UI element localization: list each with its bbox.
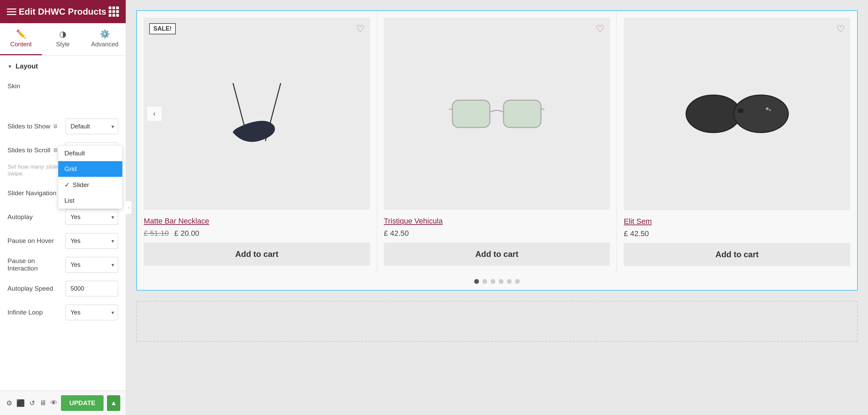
dropdown-check-icon: ✓ xyxy=(64,181,70,189)
infinite-loop-select-wrapper: Yes No xyxy=(65,305,118,320)
style-tab-icon: ◑ xyxy=(59,29,66,39)
dropdown-default-label: Default xyxy=(64,150,85,157)
infinite-loop-label: Infinite Loop xyxy=(7,309,62,316)
pause-on-hover-select[interactable]: Yes No xyxy=(65,233,118,249)
product-name-2[interactable]: Tristique Vehicula xyxy=(384,217,610,226)
infinite-loop-select[interactable]: Yes No xyxy=(65,305,118,320)
svg-rect-2 xyxy=(452,100,490,127)
svg-rect-3 xyxy=(503,100,541,127)
infinite-loop-row: Infinite Loop Yes No xyxy=(0,301,126,324)
layers-toolbar-btn[interactable]: ⬛ xyxy=(16,396,25,410)
main-content: SALE! ♡ ‹ Matte Bar Necklace £ 51.1 xyxy=(126,0,868,415)
add-to-cart-btn-2[interactable]: Add to cart xyxy=(384,243,610,266)
necklace-image xyxy=(213,80,301,148)
layout-section-label: Layout xyxy=(16,62,38,70)
sunglasses-dark-image xyxy=(683,88,792,139)
pause-on-hover-row: Pause on Hover Yes No xyxy=(0,229,126,253)
wishlist-icon-2[interactable]: ♡ xyxy=(596,23,604,34)
slider-dot-6[interactable] xyxy=(515,279,520,284)
skin-label: Skin xyxy=(7,82,62,90)
dropdown-list-label: List xyxy=(64,197,75,204)
autoplay-select-wrapper: Yes No xyxy=(65,209,118,225)
hamburger-menu-icon[interactable] xyxy=(7,9,16,15)
wishlist-icon-3[interactable]: ♡ xyxy=(836,23,845,34)
slides-to-show-row: Slides to Show 🖥 Default xyxy=(0,114,126,138)
pause-on-hover-label: Pause on Hover xyxy=(7,237,62,245)
autoplay-speed-label: Autoplay Speed xyxy=(7,285,62,292)
dropdown-option-list[interactable]: List xyxy=(58,193,122,209)
tab-advanced[interactable]: ⚙️ Advanced xyxy=(84,23,126,55)
product-image-sunglasses-dark: ♡ xyxy=(624,18,850,210)
apps-icon[interactable] xyxy=(109,6,119,17)
dropdown-option-default[interactable]: Default xyxy=(58,145,122,161)
tab-content[interactable]: ✏️ Content xyxy=(0,23,42,55)
product-name-3[interactable]: Elit Sem xyxy=(624,217,850,226)
tab-content-label: Content xyxy=(10,41,32,48)
preview-toolbar-btn[interactable]: 👁 xyxy=(50,396,58,410)
autoplay-speed-input[interactable] xyxy=(65,281,118,296)
tab-style-label: Style xyxy=(56,41,69,48)
pause-on-interaction-row: Pause on Interaction Yes No xyxy=(0,253,126,277)
product-price-2: £ 42.50 xyxy=(384,229,610,238)
history-toolbar-btn[interactable]: ↺ xyxy=(28,396,36,410)
pause-on-hover-select-wrapper: Yes No xyxy=(65,233,118,249)
update-arrow-button[interactable]: ▲ xyxy=(107,395,120,411)
svg-point-6 xyxy=(686,95,741,133)
tab-advanced-label: Advanced xyxy=(91,41,118,48)
product-image-necklace: SALE! ♡ ‹ xyxy=(144,18,370,210)
desktop-toolbar-btn[interactable]: 🖥 xyxy=(39,396,47,410)
slides-to-show-select[interactable]: Default xyxy=(65,119,118,134)
slides-to-scroll-label: Slides to Scroll 🖥 xyxy=(7,147,62,154)
monitor-icon-2: 🖥 xyxy=(52,147,58,153)
settings-toolbar-btn[interactable]: ⚙ xyxy=(5,396,13,410)
slider-dot-1[interactable] xyxy=(474,279,479,284)
dropdown-option-slider[interactable]: ✓ Slider xyxy=(58,177,122,193)
slider-dot-2[interactable] xyxy=(482,279,487,284)
update-button[interactable]: UPDATE xyxy=(61,395,104,411)
skin-dropdown-popup[interactable]: Default Grid ✓ Slider List xyxy=(58,145,123,209)
left-panel: Edit DHWC Products ✏️ Content ◑ Style ⚙️… xyxy=(0,0,126,415)
panel-tabs: ✏️ Content ◑ Style ⚙️ Advanced xyxy=(0,23,126,56)
pause-on-interaction-select[interactable]: Yes No xyxy=(65,257,118,273)
dropdown-slider-label: Slider xyxy=(73,181,89,189)
autoplay-select[interactable]: Yes No xyxy=(65,209,118,225)
sunglasses-clear-image xyxy=(449,90,544,138)
svg-rect-8 xyxy=(738,109,743,113)
layout-arrow-icon: ▼ xyxy=(7,64,12,69)
slider-dot-3[interactable] xyxy=(491,279,495,284)
slider-navigation-label: Slider Navigation xyxy=(7,189,62,197)
autoplay-speed-row: Autoplay Speed xyxy=(0,277,126,301)
svg-point-7 xyxy=(734,95,788,133)
slider-dot-5[interactable] xyxy=(507,279,512,284)
autoplay-speed-wrapper xyxy=(65,281,118,296)
product-price-value-3: £ 42.50 xyxy=(624,229,649,238)
autoplay-label: Autoplay xyxy=(7,213,62,221)
product-price-3: £ 42.50 xyxy=(624,229,850,238)
product-image-sunglasses-clear: ♡ xyxy=(384,18,610,210)
empty-content-area xyxy=(136,301,858,342)
add-to-cart-btn-3[interactable]: Add to cart xyxy=(624,243,850,266)
tab-style[interactable]: ◑ Style xyxy=(42,23,84,55)
add-to-cart-btn-1[interactable]: Add to cart xyxy=(144,243,370,266)
monitor-icon: 🖥 xyxy=(52,123,58,129)
slider-prev-arrow[interactable]: ‹ xyxy=(147,107,161,121)
pause-on-interaction-label: Pause on Interaction xyxy=(7,257,62,272)
product-original-price-1: £ 51.10 xyxy=(144,229,169,237)
skin-row: Skin Default Grid ✓ Slider List xyxy=(0,77,126,94)
layout-section-header[interactable]: ▼ Layout xyxy=(0,56,126,77)
products-grid: SALE! ♡ ‹ Matte Bar Necklace £ 51.1 xyxy=(137,11,857,273)
dropdown-option-grid[interactable]: Grid xyxy=(58,161,122,177)
product-price-1: £ 51.10 £ 20.00 xyxy=(144,229,370,238)
panel-header: Edit DHWC Products xyxy=(0,0,126,23)
product-price-value-2: £ 42.50 xyxy=(384,229,409,237)
slider-dot-4[interactable] xyxy=(499,279,503,284)
advanced-tab-icon: ⚙️ xyxy=(100,29,110,39)
pause-on-interaction-select-wrapper: Yes No xyxy=(65,257,118,273)
svg-point-10 xyxy=(769,109,771,111)
slider-dots xyxy=(137,273,857,290)
product-name-1[interactable]: Matte Bar Necklace xyxy=(144,217,370,226)
panel-title: Edit DHWC Products xyxy=(19,6,106,17)
wishlist-icon-1[interactable]: ♡ xyxy=(356,23,365,34)
product-card-1: SALE! ♡ ‹ Matte Bar Necklace £ 51.1 xyxy=(137,11,377,273)
panel-collapse-handle[interactable]: ‹ xyxy=(126,201,132,214)
